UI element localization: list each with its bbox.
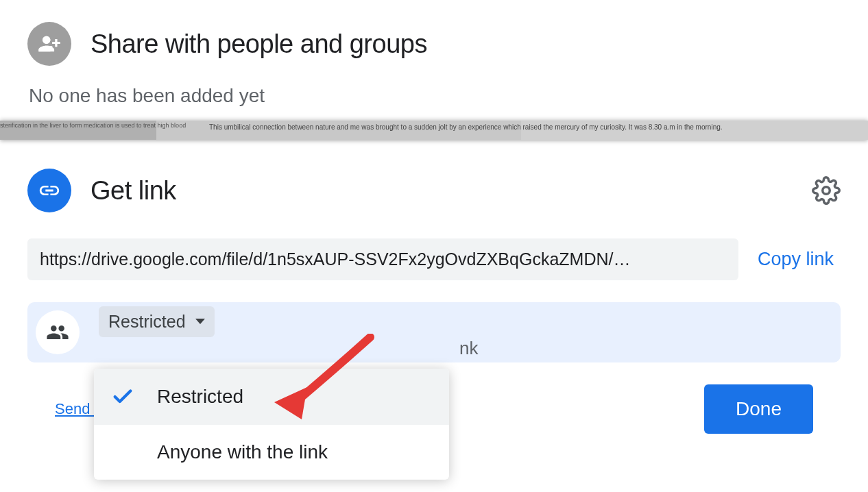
svg-point-1 [823,187,830,195]
copy-link-button[interactable]: Copy link [758,249,841,270]
chevron-down-icon [195,319,205,324]
get-link-title: Get link [91,176,793,206]
link-row: https://drive.google.com/file/d/1n5sxAUP… [27,238,841,280]
gear-icon[interactable] [812,176,841,205]
dropdown-option-label: Restricted [157,386,243,408]
background-document-strip: sterification in the liver to form medic… [0,121,868,140]
svg-point-0 [43,36,50,44]
share-section: Share with people and groups No one has … [0,0,868,121]
people-icon [36,310,80,354]
share-link-field[interactable]: https://drive.google.com/file/d/1n5sxAUP… [27,238,738,280]
dropdown-option-restricted[interactable]: Restricted [94,369,449,425]
access-row: Restricted nk [27,302,841,362]
access-description-partial: nk [459,338,478,359]
doc-strip-text-left: sterification in the liver to form medic… [0,123,186,130]
dropdown-option-anyone[interactable]: Anyone with the link [94,425,449,480]
link-icon [27,169,71,212]
share-header: Share with people and groups [27,22,841,66]
dropdown-option-label: Anyone with the link [157,441,328,463]
access-dropdown-button[interactable]: Restricted [99,306,215,337]
share-subtitle: No one has been added yet [29,85,841,107]
get-link-header: Get link [27,169,841,212]
person-add-icon [27,22,71,66]
check-icon [109,385,136,408]
access-selected-label: Restricted [108,312,186,332]
doc-strip-text-center: This umbilical connection between nature… [209,123,723,132]
done-button[interactable]: Done [704,384,813,434]
share-title: Share with people and groups [91,29,427,59]
access-dropdown-menu: Restricted Anyone with the link [94,369,449,480]
